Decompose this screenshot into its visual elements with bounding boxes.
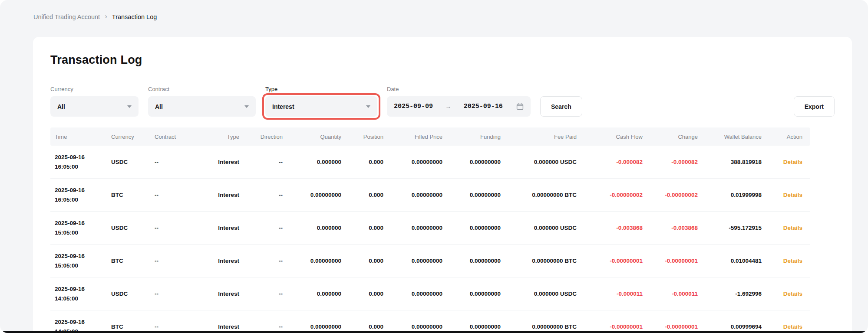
col-header-cash-flow: Cash Flow: [577, 127, 643, 146]
cell-date: 2025-09-16: [55, 153, 106, 162]
cell-date: 2025-09-16: [55, 186, 106, 195]
cell-date: 2025-09-16: [55, 251, 106, 261]
cell-wallet-balance: 388.819918: [698, 146, 762, 179]
cell-type: Interest: [189, 310, 239, 333]
cell-currency: USDC: [107, 278, 150, 310]
cell-quantity: 0.000000: [283, 146, 341, 179]
col-header-fee-paid: Fee Paid: [501, 127, 577, 146]
cell-contract: --: [150, 179, 189, 212]
col-header-change: Change: [643, 127, 698, 146]
cell-direction: --: [239, 278, 283, 310]
cell-direction: --: [239, 179, 283, 212]
cell-direction: --: [239, 212, 283, 245]
currency-filter: Currency All: [50, 86, 139, 117]
table-row: 2025-09-1616:05:00 BTC -- Interest -- 0.…: [50, 179, 810, 212]
cell-funding: 0.00000000: [442, 146, 501, 179]
cell-funding: 0.00000000: [442, 245, 501, 278]
details-link[interactable]: Details: [783, 192, 802, 198]
cell-time: 16:05:00: [55, 162, 106, 172]
export-button[interactable]: Export: [794, 96, 835, 117]
col-header-type: Type: [189, 127, 239, 146]
breadcrumb-current: Transaction Log: [112, 13, 157, 20]
cell-cash-flow: -0.000082: [577, 146, 643, 179]
contract-filter: Contract All: [148, 86, 256, 117]
col-header-direction: Direction: [239, 127, 283, 146]
table-row: 2025-09-1616:05:00 USDC -- Interest -- 0…: [50, 146, 810, 179]
page-title: Transaction Log: [50, 53, 835, 67]
cell-date: 2025-09-16: [55, 219, 106, 228]
cell-wallet-balance: 0.01999998: [698, 179, 762, 212]
cell-position: 0.000: [341, 146, 383, 179]
type-filter-label: Type: [265, 86, 377, 92]
cell-funding: 0.00000000: [442, 278, 501, 310]
currency-select-value: All: [57, 103, 65, 110]
cell-position: 0.000: [341, 278, 383, 310]
cell-quantity: 0.00000000: [283, 179, 341, 212]
page-background: Unified Trading Account › Transaction Lo…: [0, 0, 868, 333]
cell-cash-flow: -0.00000001: [577, 245, 643, 278]
filter-bar: Currency All Contract All Type Interest: [50, 86, 835, 117]
cell-change: -0.000011: [643, 278, 698, 310]
cell-currency: BTC: [107, 179, 150, 212]
details-link[interactable]: Details: [783, 291, 802, 297]
contract-select[interactable]: All: [148, 96, 256, 117]
cell-type: Interest: [189, 179, 239, 212]
date-end-value[interactable]: 2025-09-16: [464, 103, 503, 110]
table-row: 2025-09-1614:05:00 BTC -- Interest -- 0.…: [50, 310, 810, 333]
cell-contract: --: [150, 278, 189, 310]
date-range-arrow-icon: →: [446, 103, 450, 110]
date-start-value[interactable]: 2025-09-09: [394, 103, 433, 110]
chevron-down-icon: [244, 105, 249, 108]
type-select[interactable]: Interest: [265, 96, 377, 117]
cell-filled-price: 0.00000000: [383, 212, 442, 245]
breadcrumb-parent-link[interactable]: Unified Trading Account: [33, 13, 100, 20]
type-filter: Type Interest: [265, 86, 377, 117]
details-link[interactable]: Details: [783, 323, 802, 330]
details-link[interactable]: Details: [783, 225, 802, 231]
cell-fee-paid: 0.000000 USDC: [501, 212, 577, 245]
cell-change: -0.00000002: [643, 179, 698, 212]
cell-time: 15:05:00: [55, 261, 106, 271]
col-header-time: Time: [50, 127, 107, 146]
cell-filled-price: 0.00000000: [383, 179, 442, 212]
cell-cash-flow: -0.00000001: [577, 310, 643, 333]
search-button[interactable]: Search: [540, 96, 582, 117]
cell-cash-flow: -0.003868: [577, 212, 643, 245]
col-header-wallet-balance: Wallet Balance: [698, 127, 762, 146]
contract-select-value: All: [155, 103, 163, 110]
col-header-currency: Currency: [107, 127, 150, 146]
cell-cash-flow: -0.00000002: [577, 179, 643, 212]
cell-wallet-balance: 0.00999694: [698, 310, 762, 333]
cell-direction: --: [239, 310, 283, 333]
cell-funding: 0.00000000: [442, 212, 501, 245]
cell-type: Interest: [189, 212, 239, 245]
currency-select[interactable]: All: [50, 96, 139, 117]
transaction-table: Time Currency Contract Type Direction Qu…: [50, 127, 810, 333]
details-link[interactable]: Details: [783, 258, 802, 264]
chevron-down-icon: [366, 105, 370, 108]
details-link[interactable]: Details: [783, 159, 802, 165]
transaction-log-card: Transaction Log Currency All Contract Al…: [33, 37, 852, 333]
cell-filled-price: 0.00000000: [383, 310, 442, 333]
cell-currency: USDC: [107, 146, 150, 179]
cell-contract: --: [150, 146, 189, 179]
cell-type: Interest: [189, 278, 239, 310]
cell-currency: BTC: [107, 245, 150, 278]
date-filter-label: Date: [387, 86, 531, 92]
date-range-picker[interactable]: 2025-09-09 → 2025-09-16: [387, 96, 531, 117]
col-header-action: Action: [762, 127, 810, 146]
contract-filter-label: Contract: [148, 86, 256, 92]
cell-quantity: 0.00000000: [283, 245, 341, 278]
cell-direction: --: [239, 146, 283, 179]
cell-change: -0.00000001: [643, 310, 698, 333]
cell-cash-flow: -0.000011: [577, 278, 643, 310]
cell-quantity: 0.000000: [283, 278, 341, 310]
cell-currency: USDC: [107, 212, 150, 245]
cell-wallet-balance: -1.692996: [698, 278, 762, 310]
cell-fee-paid: 0.000000 USDC: [501, 146, 577, 179]
table-row: 2025-09-1614:05:00 USDC -- Interest -- 0…: [50, 278, 810, 310]
cell-type: Interest: [189, 245, 239, 278]
cell-fee-paid: 0.00000000 BTC: [501, 179, 577, 212]
currency-filter-label: Currency: [50, 86, 139, 92]
cell-position: 0.000: [341, 245, 383, 278]
